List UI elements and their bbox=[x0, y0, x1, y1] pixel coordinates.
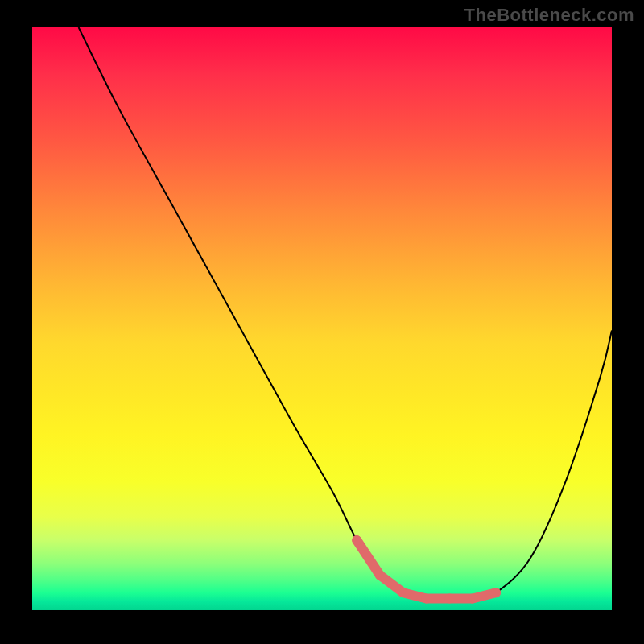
svg-line-0 bbox=[357, 540, 380, 575]
svg-point-6 bbox=[352, 535, 361, 545]
curve-line bbox=[79, 27, 612, 599]
watermark-text: TheBottleneck.com bbox=[464, 5, 634, 26]
chart-frame: TheBottleneck.com bbox=[0, 0, 644, 644]
bottleneck-curve bbox=[32, 27, 612, 610]
svg-point-7 bbox=[491, 588, 501, 597]
plot-area bbox=[32, 27, 612, 610]
curve-highlight bbox=[352, 535, 501, 598]
